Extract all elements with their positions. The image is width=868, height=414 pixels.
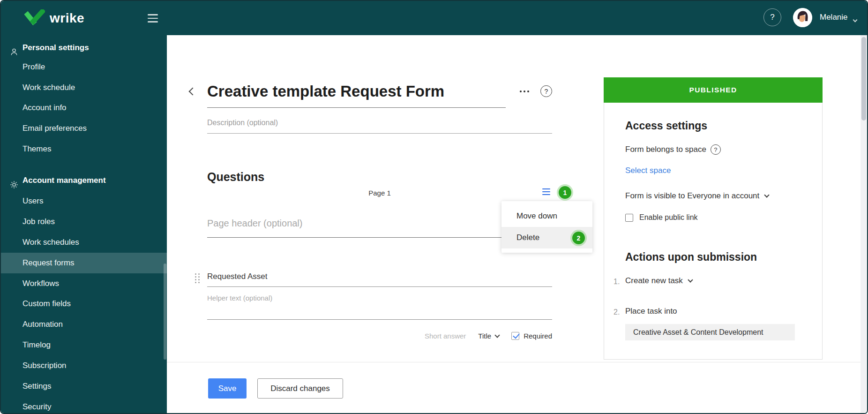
questions-heading: Questions — [207, 170, 264, 184]
sidebar-item-subscription[interactable]: Subscription — [1, 355, 167, 376]
sidebar-section-personal-settings: Personal settings — [1, 38, 167, 58]
help-glyph: ? — [714, 146, 717, 153]
question-type-label: Short answer — [425, 332, 466, 340]
field-mapping-value: Title — [478, 332, 491, 340]
item-label: Subscription — [22, 361, 67, 370]
sidebar-item-work-schedule[interactable]: Work schedule — [1, 77, 167, 98]
form-title-input[interactable]: Creative template Request Form — [207, 83, 444, 100]
page-scrollbar-thumb[interactable] — [861, 37, 866, 120]
action-1-number: 1. — [614, 278, 620, 286]
sidebar-item-themes[interactable]: Themes — [1, 139, 167, 159]
public-link-label: Enable public link — [639, 213, 698, 222]
item-label: Custom fields — [22, 299, 71, 308]
user-name[interactable]: Melanie — [820, 13, 848, 22]
save-button[interactable]: Save — [208, 378, 247, 399]
menu-item-delete[interactable]: Delete 2 — [501, 227, 592, 248]
item-label: Themes — [22, 144, 51, 153]
sidebar-item-work-schedules[interactable]: Work schedules — [1, 232, 167, 253]
wrike-logo-icon — [24, 9, 45, 27]
page-scrollbar[interactable] — [861, 35, 867, 413]
sidebar-item-job-roles[interactable]: Job roles — [1, 211, 167, 232]
question-drag-handle[interactable] — [195, 273, 200, 283]
chevron-down-icon — [764, 192, 770, 197]
sidebar-item-request-forms[interactable]: Request forms — [1, 253, 167, 273]
item-label: Workflows — [22, 279, 59, 288]
menu-item-label: Delete — [516, 233, 539, 242]
callout-badge-1: 1 — [559, 186, 571, 199]
enable-public-link-checkbox[interactable] — [625, 214, 633, 222]
question-underline — [207, 286, 552, 287]
wrike-logo[interactable]: wrike — [24, 9, 84, 27]
chevron-down-icon — [494, 332, 500, 338]
item-label: Settings — [22, 382, 51, 391]
page-header-underline — [207, 237, 552, 238]
item-label: Account info — [22, 103, 67, 112]
question-label-input[interactable]: Requested Asset — [207, 272, 268, 281]
form-editor-content: Creative template Request Form ? Descrip… — [167, 35, 867, 413]
menu-item-label: Move down — [516, 211, 557, 221]
help-button[interactable]: ? — [763, 8, 781, 26]
form-title-underline — [207, 107, 506, 108]
sidebar-item-security[interactable]: Security — [1, 397, 167, 414]
back-button[interactable] — [189, 88, 197, 96]
help-glyph: ? — [770, 13, 774, 22]
action-label: Create new task — [625, 276, 683, 286]
item-label: Security — [22, 402, 51, 411]
action-2-number: 2. — [614, 308, 620, 316]
field-mapping-dropdown[interactable]: Title — [478, 332, 499, 340]
user-menu-chevron-icon[interactable] — [853, 15, 857, 23]
description-underline — [207, 133, 552, 134]
avatar[interactable] — [793, 8, 812, 27]
sidebar-item-users[interactable]: Users — [1, 191, 167, 211]
space-row: Form belongs to space ? — [625, 144, 721, 155]
person-icon — [10, 44, 18, 52]
menu-item-move-down[interactable]: Move down — [501, 205, 592, 227]
required-label: Required — [524, 332, 552, 340]
sidebar-item-email-preferences[interactable]: Email preferences — [1, 118, 167, 139]
page-menu-icon[interactable] — [542, 188, 550, 196]
item-label: Profile — [22, 62, 45, 71]
action-create-task-dropdown[interactable]: Create new task — [625, 276, 692, 286]
question-settings-row: Short answer Title Required — [207, 329, 552, 342]
gear-icon — [10, 176, 18, 185]
visibility-dropdown[interactable]: Form is visible to Everyone in account — [625, 191, 769, 201]
required-checkbox[interactable] — [511, 332, 519, 340]
sidebar-toggle-icon[interactable] — [148, 14, 158, 25]
wrike-logo-text: wrike — [50, 11, 84, 26]
section-label: Personal settings — [22, 43, 89, 52]
status-badge: PUBLISHED — [604, 77, 823, 103]
sidebar-item-account-info[interactable]: Account info — [1, 98, 167, 118]
form-help-icon[interactable]: ? — [540, 85, 552, 97]
panel-body: Access settings Form belongs to space ? … — [604, 103, 823, 360]
description-input[interactable]: Description (optional) — [207, 119, 278, 127]
helper-underline — [207, 319, 552, 320]
item-label: Timelog — [22, 340, 51, 349]
page-context-menu: Move down Delete 2 — [501, 201, 592, 253]
access-settings-heading: Access settings — [625, 120, 707, 132]
item-label: Work schedule — [22, 83, 75, 92]
discard-changes-button[interactable]: Discard changes — [257, 378, 343, 399]
page-header-input[interactable]: Page header (optional) — [207, 218, 302, 229]
sidebar-section-account-management: Account management — [1, 170, 167, 191]
help-glyph: ? — [545, 88, 548, 95]
sidebar-item-settings[interactable]: Settings — [1, 376, 167, 397]
more-options-icon[interactable] — [520, 90, 529, 92]
section-label: Account management — [22, 176, 106, 185]
sidebar-item-custom-fields[interactable]: Custom fields — [1, 294, 167, 314]
publish-settings-panel: PUBLISHED Access settings Form belongs t… — [604, 77, 823, 360]
public-link-row: Enable public link — [625, 213, 698, 222]
item-label: Users — [22, 196, 43, 205]
sidebar-item-automation[interactable]: Automation — [1, 314, 167, 335]
space-help-icon[interactable]: ? — [711, 144, 721, 155]
sidebar-scrollbar-thumb[interactable] — [164, 263, 166, 360]
item-label: Automation — [22, 320, 63, 329]
wrike-settings-window: wrike ? Melanie Personal settings — [0, 0, 868, 414]
settings-sidebar: Personal settings Profile Work schedule … — [1, 35, 167, 413]
item-label: Email preferences — [22, 124, 87, 133]
helper-text-input[interactable]: Helper text (optional) — [207, 294, 272, 302]
sidebar-item-workflows[interactable]: Workflows — [1, 273, 167, 294]
sidebar-item-profile[interactable]: Profile — [1, 57, 167, 77]
select-space-link[interactable]: Select space — [625, 166, 671, 175]
task-destination-field[interactable]: Creative Asset & Content Development — [625, 324, 795, 340]
sidebar-item-timelog[interactable]: Timelog — [1, 335, 167, 355]
